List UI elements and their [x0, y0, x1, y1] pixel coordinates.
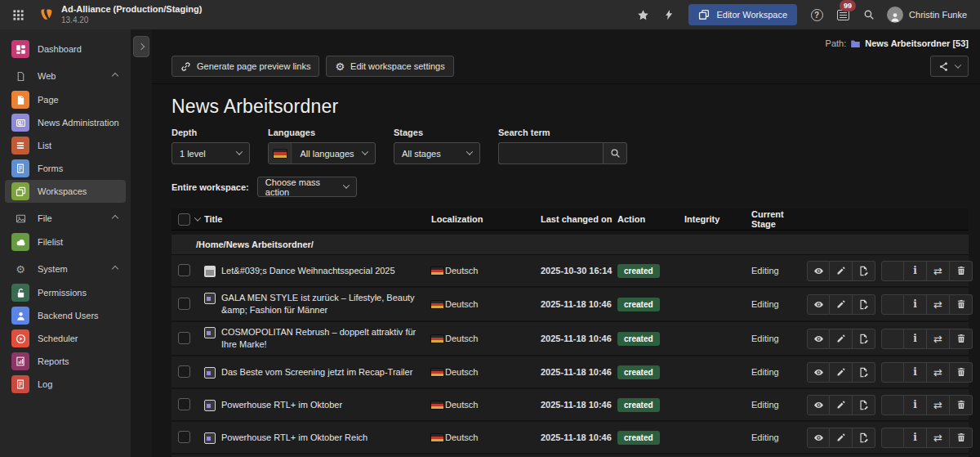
row-send-to-stage-button[interactable]: ⇄ — [927, 294, 950, 315]
row-preview-button[interactable] — [807, 362, 830, 383]
record-action-badge: created — [617, 365, 660, 379]
flush-cache-bolt-icon[interactable] — [657, 3, 680, 26]
record-title[interactable]: Let&#039;s Dance Weihnachtsspecial 2025 — [221, 265, 395, 277]
column-header-integrity: Integrity — [684, 214, 751, 224]
row-open-version-button[interactable] — [853, 261, 875, 281]
column-header-title: Title — [204, 214, 431, 224]
system-information-icon[interactable]: 99 — [831, 3, 854, 26]
reports-icon — [11, 352, 29, 370]
sidebar-item-list[interactable]: List — [5, 134, 126, 157]
row-send-to-stage-button[interactable]: ⇄ — [927, 428, 950, 448]
workspace-selector-button[interactable]: Editor Workspace — [688, 4, 797, 25]
table-row: COSMOPOLITAN Rebrush – doppelt attraktiv… — [172, 322, 969, 356]
bookmark-star-icon[interactable] — [631, 3, 654, 26]
row-discard-button[interactable] — [950, 261, 973, 281]
help-icon[interactable]: ? — [805, 3, 828, 26]
sidebar-item-news-administration[interactable]: News Administration — [5, 111, 126, 134]
mass-action-select[interactable]: Choose mass action — [257, 177, 357, 197]
record-title[interactable]: Powerhouse RTL+ im Oktober Reich — [221, 432, 368, 444]
row-empty-action-slot — [881, 362, 904, 383]
row-edit-button[interactable] — [830, 294, 853, 315]
row-checkbox[interactable] — [178, 298, 190, 310]
chevron-down-icon[interactable] — [194, 214, 201, 221]
record-title[interactable]: Das Beste vom Screening jetzt im Recap-T… — [221, 366, 412, 379]
languages-select[interactable]: All languages — [268, 142, 376, 164]
row-send-to-stage-button[interactable]: ⇄ — [927, 261, 950, 281]
row-edit-button[interactable] — [830, 428, 853, 448]
edit-workspace-settings-button[interactable]: ⚙ Edit workspace settings — [326, 56, 453, 77]
row-edit-button[interactable] — [830, 395, 853, 415]
row-edit-button[interactable] — [830, 261, 853, 281]
record-title[interactable]: Powerhouse RTL+ im Oktober — [221, 399, 342, 411]
row-discard-button[interactable] — [950, 329, 973, 349]
share-icon — [938, 61, 949, 72]
row-send-to-stage-button[interactable]: ⇄ — [927, 329, 950, 349]
sidebar-item-log[interactable]: Log — [5, 373, 126, 396]
record-action-badge: created — [617, 431, 660, 445]
row-open-version-button[interactable] — [853, 362, 875, 383]
user-menu[interactable]: Christin Funke — [884, 7, 970, 23]
sidebar-item-dashboard[interactable]: Dashboard — [5, 38, 126, 60]
row-empty-action-slot — [881, 428, 904, 448]
share-dropdown-button[interactable] — [930, 56, 969, 77]
sidebar-item-workspaces[interactable]: Workspaces — [5, 180, 126, 203]
row-open-version-button[interactable] — [853, 294, 875, 315]
workspaces-icon — [11, 182, 29, 200]
row-checkbox[interactable] — [178, 365, 190, 378]
row-edit-button[interactable] — [830, 362, 853, 383]
search-icon[interactable] — [858, 3, 880, 26]
row-preview-button[interactable] — [807, 261, 830, 281]
collapse-menu-button[interactable] — [133, 36, 149, 57]
row-preview-button[interactable] — [807, 395, 830, 415]
german-flag-icon — [431, 301, 443, 308]
row-preview-button[interactable] — [807, 294, 830, 315]
row-discard-button[interactable] — [950, 362, 973, 383]
module-content: Path: News Arbeitsordner [53] Generate p… — [152, 29, 980, 457]
column-header-last-changed: Last changed on — [541, 214, 617, 224]
sidebar-item-backend-users[interactable]: Backend Users — [5, 304, 126, 327]
row-discard-button[interactable] — [950, 395, 973, 415]
row-discard-button[interactable] — [950, 294, 973, 315]
record-title[interactable]: GALA MEN STYLE ist zurück – Lifestyle, B… — [221, 292, 423, 316]
row-discard-button[interactable] — [950, 428, 973, 448]
record-title[interactable]: COSMOPOLITAN Rebrush – doppelt attraktiv… — [221, 326, 423, 351]
sidebar-item-reports[interactable]: Reports — [5, 350, 126, 373]
row-info-button[interactable]: i — [904, 294, 927, 315]
search-term-input[interactable] — [498, 142, 603, 164]
row-checkbox[interactable] — [178, 398, 190, 410]
row-checkbox[interactable] — [178, 264, 190, 276]
search-submit-button[interactable] — [603, 142, 627, 164]
apps-grid-icon[interactable] — [7, 3, 29, 26]
record-type-icon — [204, 432, 216, 444]
row-open-version-button[interactable] — [853, 395, 875, 415]
depth-select[interactable]: 1 level — [172, 142, 250, 164]
sidebar-item-scheduler[interactable]: Scheduler — [5, 327, 126, 350]
row-open-version-button[interactable] — [853, 329, 875, 349]
row-checkbox[interactable] — [178, 431, 190, 443]
row-preview-button[interactable] — [807, 428, 830, 448]
row-info-button[interactable]: i — [904, 261, 927, 281]
sidebar-item-permissions[interactable]: Permissions — [5, 281, 126, 304]
sidebar-item-page[interactable]: Page — [5, 88, 126, 111]
sidebar-section-file[interactable]: File — [5, 208, 126, 229]
row-empty-action-slot — [881, 329, 904, 349]
row-send-to-stage-button[interactable]: ⇄ — [927, 395, 950, 415]
page-icon — [11, 91, 29, 109]
select-all-checkbox[interactable] — [178, 213, 190, 226]
generate-preview-links-button[interactable]: Generate page preview links — [172, 56, 319, 77]
sidebar-item-filelist[interactable]: Filelist — [5, 231, 126, 253]
row-info-button[interactable]: i — [904, 428, 927, 448]
brand[interactable]: Ad-Alliance (Production/Staging) 13.4.20 — [39, 4, 202, 25]
row-preview-button[interactable] — [807, 329, 830, 349]
row-info-button[interactable]: i — [904, 329, 927, 349]
row-checkbox[interactable] — [178, 332, 190, 344]
row-open-version-button[interactable] — [853, 428, 875, 448]
sidebar-section-web[interactable]: Web — [5, 65, 126, 87]
stages-select[interactable]: All stages — [394, 142, 480, 164]
row-info-button[interactable]: i — [904, 395, 927, 415]
row-send-to-stage-button[interactable]: ⇄ — [927, 362, 950, 383]
sidebar-item-forms[interactable]: Forms — [5, 157, 126, 180]
row-info-button[interactable]: i — [904, 362, 927, 383]
row-edit-button[interactable] — [830, 329, 853, 349]
sidebar-section-system[interactable]: ⚙ System — [5, 258, 126, 280]
